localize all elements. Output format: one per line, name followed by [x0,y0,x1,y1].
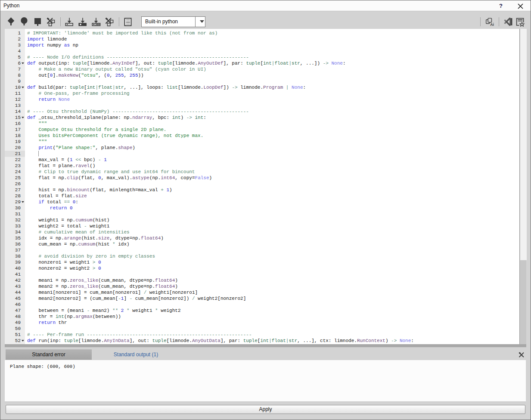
svg-text:Ai: Ai [490,22,494,27]
